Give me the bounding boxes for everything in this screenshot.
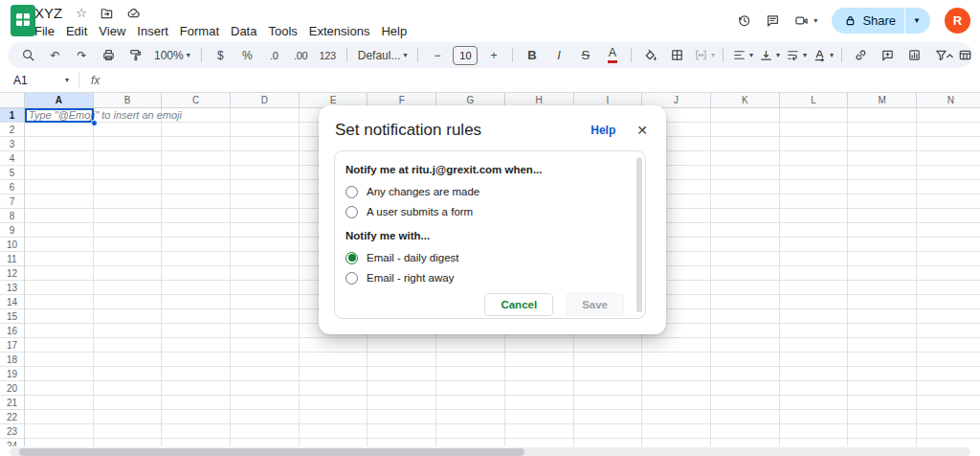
row-header-4[interactable]: 4 <box>0 151 25 166</box>
row-header-11[interactable]: 11 <box>0 252 25 266</box>
decrease-decimals-button[interactable]: .0 <box>261 44 287 66</box>
horizontal-align-button[interactable]: ▾ <box>729 44 755 66</box>
row-header-9[interactable]: 9 <box>0 223 25 238</box>
column-header-m[interactable]: M <box>848 93 917 108</box>
row-header-19[interactable]: 19 <box>0 367 25 381</box>
row-header-16[interactable]: 16 <box>0 324 25 338</box>
column-header-d[interactable]: D <box>231 93 300 108</box>
avatar[interactable]: R <box>945 8 970 34</box>
move-folder-icon[interactable] <box>100 6 114 20</box>
text-wrapping-button[interactable]: ▾ <box>783 44 809 66</box>
menu-edit[interactable]: Edit <box>60 23 93 39</box>
font-select[interactable]: Defaul...▾ <box>353 44 412 66</box>
radio-option[interactable]: A user submits a form <box>345 202 634 221</box>
format-currency-button[interactable]: $ <box>208 44 234 66</box>
row-header-20[interactable]: 20 <box>0 381 25 396</box>
formula-input[interactable] <box>100 68 980 92</box>
fill-color-button[interactable] <box>637 44 663 66</box>
column-header-b[interactable]: B <box>94 93 163 108</box>
insert-chart-button[interactable] <box>902 44 927 66</box>
row-header-6[interactable]: 6 <box>0 180 25 194</box>
menu-data[interactable]: Data <box>225 23 262 39</box>
column-header-k[interactable]: K <box>711 93 780 108</box>
row-header-8[interactable]: 8 <box>0 209 25 223</box>
row-header-21[interactable]: 21 <box>0 396 25 410</box>
row-header-14[interactable]: 14 <box>0 295 25 309</box>
row-header-18[interactable]: 18 <box>0 353 25 367</box>
comments-icon[interactable] <box>766 13 780 28</box>
name-box[interactable]: A1 ▾ <box>0 74 69 87</box>
column-header-l[interactable]: L <box>780 93 849 108</box>
close-icon[interactable]: ✕ <box>636 124 648 137</box>
radio-selected-icon[interactable] <box>345 252 358 264</box>
increase-decimals-button[interactable]: .00 <box>288 44 314 66</box>
insert-comment-button[interactable] <box>875 44 901 66</box>
star-icon[interactable]: ☆ <box>76 7 87 19</box>
text-color-button[interactable]: A <box>599 44 625 66</box>
row-header-24[interactable]: 24 <box>0 439 25 446</box>
row-header-10[interactable]: 10 <box>0 238 25 252</box>
more-formats-button[interactable]: 123 <box>315 44 341 66</box>
radio-unselected-icon[interactable] <box>345 272 358 285</box>
share-button[interactable]: Share ▼ <box>832 8 930 34</box>
table-views-button[interactable]: ▾ <box>955 44 972 66</box>
vertical-align-button[interactable]: ▾ <box>756 44 782 66</box>
radio-option[interactable]: Email - daily digest <box>345 248 634 267</box>
meet-video-button[interactable]: ▾ <box>794 13 817 28</box>
row-header-2[interactable]: 2 <box>0 123 25 137</box>
undo-button[interactable]: ↶ <box>42 44 68 66</box>
column-header-a[interactable]: A <box>25 93 94 108</box>
menu-extensions[interactable]: Extensions <box>303 23 376 39</box>
menu-file[interactable]: File <box>29 23 60 39</box>
insert-link-button[interactable] <box>848 44 874 66</box>
menu-help[interactable]: Help <box>375 23 412 39</box>
cancel-button[interactable]: Cancel <box>484 293 553 316</box>
bold-button[interactable]: B <box>519 44 545 66</box>
decrease-font-size-button[interactable]: − <box>424 44 450 66</box>
borders-button[interactable] <box>664 44 690 66</box>
select-all-corner[interactable] <box>0 93 25 108</box>
row-header-15[interactable]: 15 <box>0 309 25 324</box>
panel-scrollbar-thumb[interactable] <box>636 157 642 312</box>
column-header-n[interactable]: N <box>917 93 980 108</box>
italic-button[interactable]: I <box>546 44 571 66</box>
search-button[interactable] <box>15 44 41 66</box>
increase-font-size-button[interactable]: + <box>480 44 506 66</box>
text-rotation-button[interactable]: ▾ <box>810 44 835 66</box>
format-percent-button[interactable]: % <box>234 44 260 66</box>
share-dropdown-button[interactable]: ▼ <box>905 8 930 34</box>
font-size-input[interactable]: 10 <box>451 44 479 66</box>
radio-unselected-icon[interactable] <box>345 186 358 198</box>
radio-option[interactable]: Email - right away <box>345 268 634 287</box>
menu-tools[interactable]: Tools <box>262 23 302 39</box>
horizontal-scrollbar[interactable] <box>10 447 970 456</box>
hide-menus-button[interactable] <box>943 48 957 62</box>
help-link[interactable]: Help <box>590 124 615 137</box>
cloud-saved-icon[interactable] <box>126 6 141 20</box>
horizontal-scrollbar-thumb[interactable] <box>19 448 524 456</box>
row-header-23[interactable]: 23 <box>0 424 25 439</box>
version-history-icon[interactable] <box>737 13 751 28</box>
column-header-c[interactable]: C <box>162 93 231 108</box>
strikethrough-button[interactable]: S <box>572 44 598 66</box>
menu-insert[interactable]: Insert <box>131 23 174 39</box>
menu-view[interactable]: View <box>93 23 131 39</box>
paint-format-button[interactable] <box>122 44 148 66</box>
row-header-1[interactable]: 1 <box>0 108 25 123</box>
row-header-5[interactable]: 5 <box>0 166 25 180</box>
menu-format[interactable]: Format <box>174 23 225 39</box>
row-header-17[interactable]: 17 <box>0 338 25 353</box>
doc-title[interactable]: XYZ <box>34 5 62 21</box>
zoom-select[interactable]: 100%▾ <box>149 44 195 66</box>
row-header-3[interactable]: 3 <box>0 137 25 151</box>
radio-unselected-icon[interactable] <box>345 206 358 218</box>
row-header-22[interactable]: 22 <box>0 410 25 424</box>
save-button[interactable]: Save <box>566 293 624 316</box>
print-button[interactable] <box>96 44 122 66</box>
row-header-13[interactable]: 13 <box>0 281 25 295</box>
redo-button[interactable]: ↷ <box>69 44 95 66</box>
fill-handle[interactable] <box>91 120 98 126</box>
radio-option[interactable]: Any changes are made <box>345 182 634 201</box>
row-header-12[interactable]: 12 <box>0 266 25 281</box>
row-header-7[interactable]: 7 <box>0 194 25 209</box>
